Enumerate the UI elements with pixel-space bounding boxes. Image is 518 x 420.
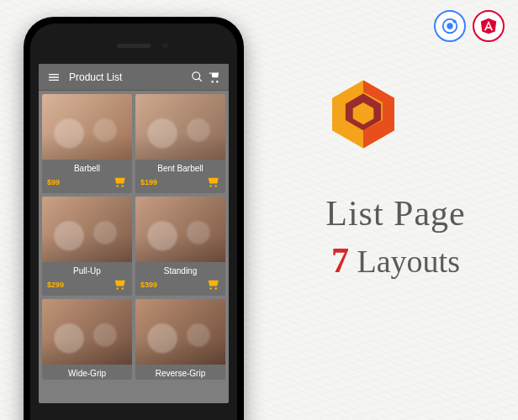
product-name: Pull-Up	[42, 262, 132, 277]
product-card[interactable]: Wide-Grip	[42, 299, 132, 380]
product-thumb	[135, 197, 225, 262]
product-card[interactable]: Barbell $99	[42, 94, 132, 193]
product-card[interactable]: Standing $399	[135, 197, 225, 296]
framework-badges	[434, 10, 505, 42]
promo-line1: List Page	[290, 193, 501, 234]
svg-point-2	[452, 19, 456, 23]
product-card[interactable]: Bent Barbell $199	[135, 94, 225, 193]
promo-count: 7	[331, 241, 349, 280]
product-name: Reverse-Grip	[135, 365, 225, 380]
product-thumb	[42, 299, 132, 365]
search-icon[interactable]	[188, 69, 205, 86]
product-price: $199	[140, 178, 157, 186]
product-grid: Barbell $99 Bent Barbell $199	[39, 91, 229, 383]
svg-point-13	[210, 287, 212, 289]
add-to-cart-button[interactable]	[112, 176, 127, 188]
product-thumb	[42, 197, 132, 262]
svg-point-11	[117, 287, 119, 289]
product-price: $399	[140, 281, 157, 289]
cart-icon[interactable]	[205, 69, 222, 86]
svg-point-10	[215, 185, 217, 186]
svg-point-12	[122, 287, 124, 289]
phone-mockup: Product List Barbell $99	[24, 17, 244, 420]
product-thumb	[42, 94, 132, 160]
add-to-cart-button[interactable]	[205, 176, 220, 188]
add-to-cart-button[interactable]	[205, 279, 220, 291]
product-name: Wide-Grip	[42, 365, 132, 380]
app-header: Product List	[39, 64, 229, 91]
menu-icon[interactable]	[45, 69, 62, 86]
add-to-cart-button[interactable]	[112, 279, 127, 291]
product-thumb	[135, 94, 225, 160]
product-name: Bent Barbell	[135, 160, 225, 175]
product-card[interactable]: Pull-Up $299	[42, 197, 132, 296]
product-price: $299	[47, 281, 64, 289]
product-price: $99	[47, 178, 60, 186]
page-title: Product List	[69, 71, 188, 83]
product-card[interactable]: Reverse-Grip	[135, 299, 225, 380]
svg-point-1	[447, 23, 452, 29]
svg-point-9	[210, 185, 212, 186]
promo-line2-rest: Layouts	[349, 244, 460, 279]
svg-point-8	[122, 185, 124, 186]
phone-speaker	[117, 44, 151, 48]
product-name: Standing	[135, 262, 225, 277]
hex-logo-icon	[326, 77, 400, 151]
svg-point-14	[215, 287, 217, 289]
product-thumb	[135, 299, 225, 365]
svg-point-7	[117, 185, 119, 186]
product-name: Barbell	[42, 160, 132, 175]
app-screen: Product List Barbell $99	[39, 64, 229, 403]
promo-headline: List Page 7 Layouts	[290, 193, 501, 281]
promo-line2: 7 Layouts	[290, 240, 501, 281]
ionic-icon	[434, 10, 466, 42]
phone-camera	[162, 43, 168, 49]
angular-icon	[473, 10, 505, 42]
